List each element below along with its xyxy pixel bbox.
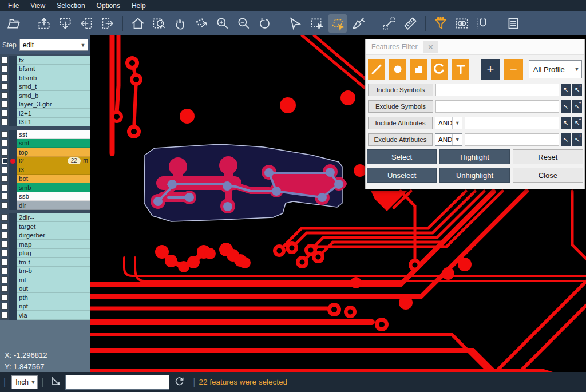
add-feature-type-button[interactable]: +	[481, 59, 501, 80]
layer-row[interactable]: l3	[0, 165, 90, 175]
pick-add-symbol-button[interactable]: ↖+	[572, 100, 582, 113]
layer-visibility-checkbox[interactable]	[1, 294, 8, 301]
pan-hand-icon[interactable]	[171, 14, 189, 33]
line-feature-button[interactable]	[368, 59, 385, 80]
layer-row[interactable]: target	[0, 222, 90, 231]
surface-feature-button[interactable]	[410, 59, 427, 80]
poly-select-icon[interactable]	[328, 14, 347, 33]
layer-row[interactable]: npt	[0, 302, 90, 311]
zoom-object-icon[interactable]	[192, 14, 211, 33]
highlight-button[interactable]: Highlight	[440, 149, 509, 164]
layer-visibility-checkbox[interactable]	[1, 83, 8, 90]
layer-visibility-checkbox[interactable]	[1, 312, 8, 319]
command-input[interactable]	[65, 375, 169, 390]
text-feature-button[interactable]	[452, 59, 469, 80]
snap-icon[interactable]	[474, 14, 492, 33]
layer-row[interactable]: smd_t	[0, 82, 90, 92]
step-combobox[interactable]: edit ▼	[19, 39, 88, 51]
layer-visibility-checkbox[interactable]	[1, 167, 8, 173]
layer-visibility-checkbox[interactable]	[1, 101, 8, 108]
layer-visibility-checkbox[interactable]	[1, 223, 8, 230]
layer-row[interactable]: ssb	[0, 192, 90, 201]
layer-visibility-checkbox[interactable]	[1, 74, 8, 81]
layer-row[interactable]: out	[0, 284, 90, 294]
view-options-icon[interactable]	[453, 14, 471, 33]
units-combobox[interactable]: Inch ▼	[11, 375, 38, 389]
shift-left-icon[interactable]	[77, 14, 96, 33]
pad-feature-button[interactable]	[389, 59, 406, 80]
layer-visibility-checkbox[interactable]	[1, 214, 8, 221]
exclude-attributes-input[interactable]	[465, 133, 559, 146]
layer-row[interactable]: map	[0, 240, 90, 249]
layer-row[interactable]: bot	[0, 175, 90, 184]
exclude-attributes-operator[interactable]: AND▼	[435, 133, 462, 146]
exclude-symbols-input[interactable]	[435, 100, 559, 113]
layer-visibility-checkbox[interactable]	[1, 65, 8, 72]
include-symbols-input[interactable]	[435, 84, 559, 96]
layer-visibility-checkbox[interactable]	[1, 202, 8, 209]
layer-visibility-checkbox[interactable]	[1, 92, 8, 99]
sync-icon[interactable]	[174, 375, 185, 389]
shift-right-icon[interactable]	[98, 14, 117, 33]
select-button[interactable]: Select	[367, 149, 437, 164]
layer-visibility-checkbox[interactable]	[1, 285, 8, 292]
clear-highlight-brush-icon[interactable]	[350, 14, 368, 33]
unselect-button[interactable]: Unselect	[367, 168, 437, 183]
zoom-window-icon[interactable]	[150, 14, 168, 33]
layer-visibility-checkbox[interactable]	[1, 259, 8, 266]
zoom-previous-icon[interactable]	[256, 14, 274, 33]
pick-symbol-button[interactable]: ↖	[561, 100, 571, 113]
layer-row[interactable]: mt	[0, 275, 90, 284]
layer-visibility-checkbox[interactable]	[1, 157, 8, 164]
pick-add-attribute-button[interactable]: ↖+	[572, 117, 582, 129]
include-attributes-input[interactable]	[465, 117, 559, 129]
shift-up-icon[interactable]	[35, 14, 53, 33]
menu-options[interactable]: Options	[92, 1, 125, 11]
open-file-icon[interactable]	[5, 14, 23, 33]
unhighlight-button[interactable]: Unhighlight	[440, 168, 509, 183]
angle-mode-icon[interactable]	[50, 375, 62, 389]
layer-row[interactable]: plug	[0, 249, 90, 258]
layer-row[interactable]: sst	[0, 130, 90, 139]
reset-button[interactable]: Reset	[513, 149, 583, 164]
include-symbols-button[interactable]: Include Symbols	[368, 84, 433, 96]
layer-visibility-checkbox[interactable]	[1, 131, 8, 138]
layer-row[interactable]: top	[0, 148, 90, 157]
layer-row[interactable]: smd_b	[0, 91, 90, 100]
zoom-in-icon[interactable]	[213, 14, 232, 33]
layer-visibility-checkbox[interactable]	[1, 250, 8, 256]
layer-row[interactable]: bfsmb	[0, 73, 90, 82]
layer-row[interactable]: bfsmt	[0, 65, 90, 74]
layer-visibility-checkbox[interactable]	[1, 193, 8, 200]
ruler-icon[interactable]	[401, 14, 419, 33]
include-attributes-operator[interactable]: AND▼	[435, 117, 462, 129]
layer-row[interactable]: smt	[0, 139, 90, 148]
layer-visibility-checkbox[interactable]	[1, 241, 8, 248]
include-attributes-button[interactable]: Include Attributes	[368, 117, 433, 129]
layer-row[interactable]: tm-t	[0, 258, 90, 267]
layer-visibility-checkbox[interactable]	[1, 118, 8, 125]
layer-visibility-checkbox[interactable]	[1, 303, 8, 310]
exclude-symbols-button[interactable]: Exclude Symbols	[368, 100, 433, 113]
exclude-attributes-button[interactable]: Exclude Attributes	[368, 133, 433, 146]
dialog-titlebar[interactable]: Features Filter ✕	[366, 39, 584, 55]
layer-row[interactable]: 2dir--	[0, 213, 90, 223]
layer-visibility-checkbox[interactable]	[1, 175, 8, 182]
layers-panel-icon[interactable]	[504, 14, 522, 33]
close-icon[interactable]: ✕	[423, 41, 438, 53]
select-arrow-icon[interactable]	[286, 14, 304, 33]
layer-visibility-checkbox[interactable]	[1, 184, 8, 191]
layer-row-active[interactable]: l222⊞	[0, 157, 90, 166]
shift-down-icon[interactable]	[56, 14, 74, 33]
arc-feature-button[interactable]	[431, 59, 448, 80]
menu-selection[interactable]: Selection	[52, 1, 89, 11]
pick-attribute-button[interactable]: ↖	[561, 133, 571, 146]
layer-visibility-checkbox[interactable]	[1, 57, 8, 64]
layer-visibility-checkbox[interactable]	[1, 110, 8, 117]
layer-row[interactable]: pth	[0, 293, 90, 302]
remove-feature-type-button[interactable]: −	[504, 59, 523, 80]
menu-help[interactable]: Help	[127, 1, 151, 11]
layer-row[interactable]: smb	[0, 183, 90, 192]
layer-visibility-checkbox[interactable]	[1, 149, 8, 156]
zoom-out-icon[interactable]	[235, 14, 253, 33]
